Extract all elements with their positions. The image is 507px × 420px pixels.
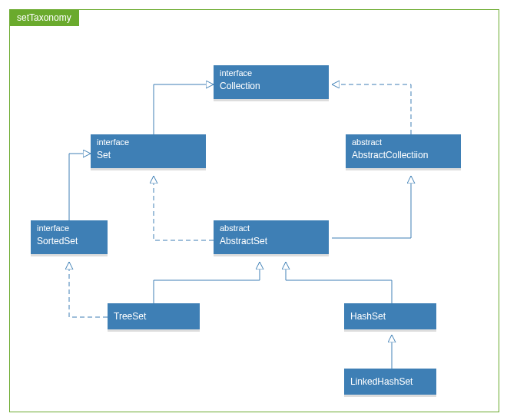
classname: HashSet xyxy=(344,303,436,329)
node-set: interface Set xyxy=(91,134,206,168)
stereotype: interface xyxy=(31,220,108,233)
classname: Set xyxy=(91,147,206,168)
classname: LinkedHashSet xyxy=(344,369,436,395)
node-sortedset: interface SortedSet xyxy=(31,220,108,254)
stereotype: abstract xyxy=(214,220,329,233)
node-linkedhashset: LinkedHashSet xyxy=(344,369,436,395)
node-abstractset: abstract AbstractSet xyxy=(214,220,329,254)
classname: SortedSet xyxy=(31,233,108,254)
package-title: setTaxonomy xyxy=(9,9,79,26)
node-hashset: HashSet xyxy=(344,303,436,329)
classname: Collection xyxy=(214,78,329,99)
stereotype: abstract xyxy=(346,134,461,147)
node-collection: interface Collection xyxy=(214,65,329,99)
stereotype: interface xyxy=(91,134,206,147)
classname: AbstractCollectiion xyxy=(346,147,461,168)
classname: AbstractSet xyxy=(214,233,329,254)
node-abstractcollection: abstract AbstractCollectiion xyxy=(346,134,461,168)
stereotype: interface xyxy=(214,65,329,78)
node-treeset: TreeSet xyxy=(108,303,200,329)
classname: TreeSet xyxy=(108,303,200,329)
diagram-canvas: setTaxonomy interface Collection interf xyxy=(0,0,507,420)
